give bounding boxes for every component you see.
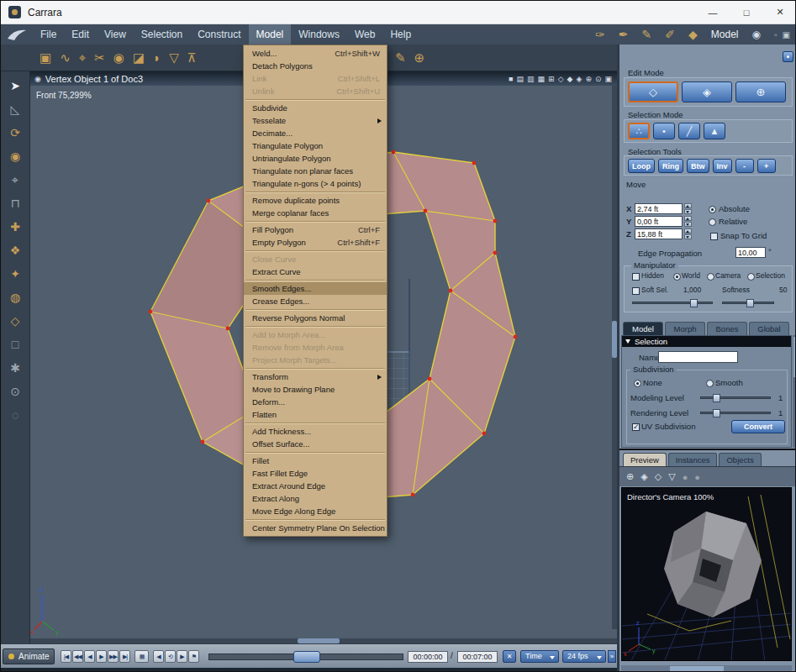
selection-tool-button[interactable]: Loop bbox=[628, 159, 655, 173]
view-layout-icon[interactable]: ◆ bbox=[567, 75, 573, 83]
preview-tab[interactable]: Preview bbox=[623, 453, 667, 466]
camera-radio[interactable] bbox=[707, 273, 714, 281]
modeling-level-slider[interactable] bbox=[700, 396, 771, 399]
convert-button[interactable]: Convert bbox=[731, 420, 785, 433]
menu-item[interactable]: Add to Morph Area... bbox=[244, 328, 387, 341]
menu-item[interactable]: Triangulate Polygon bbox=[244, 139, 387, 152]
menu-item[interactable]: Subdivide bbox=[244, 102, 387, 114]
viewport-tool-icon[interactable]: ◉ bbox=[10, 150, 20, 162]
selection-mode-button[interactable]: ╱ bbox=[678, 123, 700, 139]
menu-item[interactable]: Tesselate bbox=[244, 114, 387, 127]
preview-display-icon[interactable]: ⊕ bbox=[626, 471, 634, 482]
view-layout-icon[interactable]: ▥ bbox=[527, 75, 535, 83]
menu-item[interactable]: Fast Fillet Edge bbox=[244, 467, 387, 480]
selection-radio[interactable] bbox=[747, 273, 755, 281]
viewport-tool-icon[interactable]: ◌ bbox=[12, 409, 18, 421]
view-layout-icon[interactable]: ■ bbox=[509, 75, 513, 83]
absolute-radio[interactable] bbox=[709, 206, 716, 213]
time-scrubber[interactable] bbox=[208, 654, 403, 660]
modeling-tool-icon[interactable]: ∿ bbox=[60, 51, 71, 64]
menu-item[interactable]: Center Symmetry Plane On Selection bbox=[244, 522, 387, 534]
window-mode-icon[interactable]: ▫ bbox=[774, 30, 778, 39]
menu-item[interactable]: Unlink Ctrl+Shift+U bbox=[244, 85, 387, 97]
view-layout-icon[interactable]: ◇ bbox=[558, 75, 564, 83]
panel-horizontal-scrollbar[interactable] bbox=[621, 665, 792, 672]
maximize-button[interactable]: □ bbox=[730, 1, 763, 24]
transport-button[interactable]: ◀ bbox=[84, 650, 95, 663]
selection-tool-button[interactable]: Ring bbox=[658, 159, 683, 173]
menu-item[interactable]: Extract Around Edge bbox=[244, 480, 387, 492]
rendering-level-slider[interactable] bbox=[700, 412, 771, 414]
selection-section-header[interactable]: Selection bbox=[622, 336, 791, 347]
menu-item[interactable]: Extract Curve bbox=[244, 265, 387, 278]
mode-tool-icon[interactable]: ✒ bbox=[619, 28, 629, 41]
view-layout-icon[interactable]: ▦ bbox=[538, 75, 546, 83]
viewport-tool-icon[interactable]: ✚ bbox=[10, 221, 20, 233]
world-radio[interactable] bbox=[673, 273, 681, 281]
menu-item[interactable]: Fillet bbox=[244, 454, 387, 467]
panel-tab[interactable]: Morph bbox=[665, 322, 705, 335]
viewport-tool-icon[interactable]: ◺ bbox=[11, 103, 20, 115]
modeling-tool-icon[interactable]: ✎ bbox=[395, 51, 406, 64]
delete-marker-button[interactable]: ✕ bbox=[503, 650, 516, 663]
hidden-checkbox[interactable] bbox=[632, 273, 640, 281]
transport-button[interactable]: ▶| bbox=[119, 650, 130, 663]
menubar-item[interactable]: Help bbox=[382, 24, 419, 45]
selection-tool-button[interactable]: - bbox=[735, 159, 754, 173]
camera-preview[interactable]: Director's Camera 100% bbox=[621, 487, 792, 661]
coordinate-stepper[interactable] bbox=[684, 228, 692, 239]
menu-item[interactable]: Close Curve bbox=[244, 253, 387, 265]
scrubber-handle[interactable] bbox=[293, 651, 320, 663]
preview-display-icon[interactable]: ◇ bbox=[655, 471, 662, 482]
menu-item[interactable]: Extract Along bbox=[244, 492, 387, 505]
menu-item[interactable]: Merge coplanar faces bbox=[244, 207, 387, 219]
viewport-tool-icon[interactable]: ➤ bbox=[10, 80, 20, 92]
menu-item[interactable]: Move to Drawing Plane bbox=[244, 383, 387, 396]
viewport-tool-icon[interactable]: ❖ bbox=[10, 244, 21, 256]
coordinate-input[interactable] bbox=[635, 228, 683, 239]
menubar-item[interactable]: View bbox=[97, 24, 134, 45]
slider-knob[interactable] bbox=[713, 394, 720, 402]
menubar-item[interactable]: Windows bbox=[291, 24, 347, 45]
modeling-tool-icon[interactable]: ⊕ bbox=[414, 51, 425, 64]
menu-item[interactable]: Flatten bbox=[244, 408, 387, 421]
menu-item[interactable]: Reverse Polygons Normal bbox=[244, 312, 387, 324]
window-mode-icon[interactable]: ▣ bbox=[783, 30, 790, 39]
viewport-tool-icon[interactable]: ⊓ bbox=[11, 197, 20, 209]
menu-item[interactable]: Fill Polygon Ctrl+F bbox=[244, 223, 387, 236]
menu-item[interactable]: Deform... bbox=[244, 396, 387, 408]
selection-tool-button[interactable]: + bbox=[757, 159, 776, 173]
viewport-tool-icon[interactable]: ◍ bbox=[10, 291, 20, 303]
preview-display-icon[interactable]: ● bbox=[683, 472, 688, 482]
menu-item[interactable]: Detach Polygons bbox=[244, 60, 387, 72]
edit-mode-button[interactable]: ⊕ bbox=[735, 81, 786, 102]
snap-to-grid-checkbox[interactable] bbox=[710, 233, 718, 240]
transport-button[interactable]: |◀ bbox=[61, 650, 71, 663]
viewport-tool-icon[interactable]: ◇ bbox=[11, 315, 20, 327]
view-layout-icon[interactable]: ◈ bbox=[576, 75, 582, 83]
eye-icon[interactable]: ◉ bbox=[752, 29, 761, 40]
total-time-field[interactable]: 00:07:00 bbox=[457, 651, 498, 663]
menu-item[interactable]: Move Edge Along Edge bbox=[244, 505, 387, 517]
viewport-tool-icon[interactable]: ✦ bbox=[10, 268, 20, 280]
menubar-item[interactable]: Selection bbox=[134, 24, 190, 45]
transport-button[interactable]: ▶ bbox=[96, 650, 107, 663]
current-time-field[interactable]: 00:00:00 bbox=[408, 651, 448, 663]
menu-item[interactable]: Transform bbox=[244, 370, 387, 383]
view-layout-icon[interactable]: ⊞ bbox=[548, 75, 555, 83]
modeling-tool-icon[interactable]: ◉ bbox=[113, 51, 124, 64]
menu-item[interactable]: Decimate... bbox=[244, 127, 387, 139]
view-layout-icon[interactable]: ▣ bbox=[604, 75, 612, 83]
selection-mode-button[interactable]: • bbox=[653, 123, 675, 139]
mode-tool-icon[interactable]: ◆ bbox=[688, 28, 698, 41]
menu-item[interactable]: Project Morph Targets... bbox=[244, 354, 387, 366]
menubar-item[interactable]: Construct bbox=[190, 24, 248, 45]
panel-vertical-scrollbar[interactable] bbox=[793, 335, 796, 448]
selection-tool-button[interactable]: Inv bbox=[713, 159, 732, 173]
modeling-tool-icon[interactable]: ▽ bbox=[169, 51, 179, 64]
menu-item[interactable]: Crease Edges... bbox=[244, 295, 387, 307]
menu-item[interactable]: Triangulate non planar faces bbox=[244, 165, 387, 177]
selection-mode-button[interactable]: ▲ bbox=[704, 123, 725, 139]
menubar-item[interactable]: Web bbox=[347, 24, 382, 45]
menu-item[interactable]: Empty Polygon Ctrl+Shift+F bbox=[244, 236, 387, 249]
